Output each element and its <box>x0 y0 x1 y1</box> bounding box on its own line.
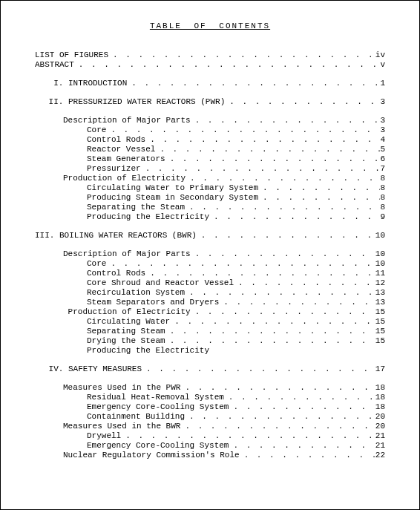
toc-page-number: 3 <box>380 116 385 125</box>
toc-row: Circulating Water. . . . . . . . . . . .… <box>35 317 385 327</box>
toc-row: Residual Heat-Removal System. . . . . . … <box>35 393 385 402</box>
toc-page-number: iv <box>375 50 385 60</box>
toc-label: Residual Heat-Removal System <box>87 393 224 402</box>
toc-row: Control Rods. . . . . . . . . . . . . . … <box>35 135 385 145</box>
toc-row: III. BOILING WATER REACTORS (BWR). . . .… <box>35 231 385 241</box>
toc-page-number: v <box>379 60 385 70</box>
toc-label: Drywell <box>87 431 121 441</box>
toc-leader-dots: . . . . . . . . . . . . . . . . . . . . … <box>185 203 380 212</box>
toc-leader-dots: . . . . . . . . . . . . . . . . . . . . … <box>225 97 380 107</box>
toc-row: Nuclear Regulatory Commission's Role. . … <box>35 451 385 460</box>
toc-page-number: 3 <box>380 125 385 135</box>
toc-row: ABSTRACT. . . . . . . . . . . . . . . . … <box>35 60 385 70</box>
toc-label: Measures Used in the BWR <box>63 422 180 431</box>
toc-row: Drywell. . . . . . . . . . . . . . . . .… <box>35 431 385 441</box>
vertical-gap <box>35 70 385 79</box>
toc-page-number: 6 <box>380 154 385 164</box>
toc-label: Circulating Water to Primary System <box>87 183 258 193</box>
vertical-gap <box>35 241 385 249</box>
toc-label: Producing Steam in Secondary System <box>87 193 258 203</box>
toc-row: Measures Used in the PWR. . . . . . . . … <box>35 383 385 393</box>
toc-leader-dots: . . . . . . . . . . . . . . . . . . . . … <box>191 307 375 317</box>
toc-leader-dots: . . . . . . . . . . . . . . . . . . . . … <box>224 393 375 402</box>
toc-label: SAFETY MEASURES <box>68 364 142 374</box>
toc-leader-dots: . . . . . . . . . . . . . . . . . . . . … <box>165 336 375 346</box>
toc-page-number: 22 <box>375 451 385 460</box>
toc-leader-dots: . . . . . . . . . . . . . . . . . . . . … <box>127 79 380 88</box>
toc-label: Steam Separators and Dryers <box>87 298 219 307</box>
toc-label: Description of Major Parts <box>63 249 191 259</box>
vertical-gap <box>35 222 385 231</box>
toc-label: Reactor Vessel <box>87 145 155 154</box>
toc-lead: IV. <box>44 364 68 374</box>
toc-page-number: 15 <box>375 307 385 317</box>
toc-row: Control Rods. . . . . . . . . . . . . . … <box>35 269 385 278</box>
toc-row: Separating the Steam. . . . . . . . . . … <box>35 203 385 212</box>
toc-leader-dots: . . . . . . . . . . . . . . . . . . . . … <box>142 364 375 374</box>
toc-row: Containment Building. . . . . . . . . . … <box>35 412 385 422</box>
toc-row: Recirculation System. . . . . . . . . . … <box>35 288 385 298</box>
toc-label: Core <box>87 125 106 135</box>
toc-leader-dots: . . . . . . . . . . . . . . . . . . . . … <box>191 249 375 259</box>
toc-page-number: 15 <box>375 336 385 346</box>
toc-leader-dots: . . . . . . . . . . . . . . . . . . . . … <box>258 183 380 193</box>
toc-page-number: 17 <box>375 364 385 374</box>
toc-page-number: 10 <box>375 231 385 241</box>
toc-page-number: 13 <box>375 298 385 307</box>
toc-leader-dots: . . . . . . . . . . . . . . . . . . . . … <box>240 451 375 460</box>
toc-row: Producing the Electricity <box>35 346 385 356</box>
document-title: TABLE OF CONTENTS <box>35 22 385 31</box>
toc-leader-dots: . . . . . . . . . . . . . . . . . . . . … <box>185 412 375 422</box>
toc-page-number: 18 <box>375 383 385 393</box>
toc-page-number: 13 <box>375 288 385 298</box>
toc-row: Pressurizer. . . . . . . . . . . . . . .… <box>35 164 385 174</box>
toc-page-number: 18 <box>375 393 385 402</box>
toc-page-number: 1 <box>380 79 385 88</box>
toc-row: Core Shroud and Reactor Vessel. . . . . … <box>35 278 385 288</box>
toc-label: ABSTRACT <box>35 60 74 70</box>
toc-leader-dots: . . . . . . . . . . . . . . . . . . . . … <box>209 212 380 222</box>
toc-page-number: 8 <box>380 193 385 203</box>
toc-leader-dots: . . . . . . . . . . . . . . . . . . . . … <box>165 327 375 336</box>
toc-leader-dots: . . . . . . . . . . . . . . . . . . . . … <box>106 259 375 269</box>
toc-leader-dots: . . . . . . . . . . . . . . . . . . . . … <box>219 298 375 307</box>
toc-leader-dots: . . . . . . . . . . . . . . . . . . . . … <box>145 269 375 278</box>
toc-page-number: 15 <box>375 327 385 336</box>
document-page: TABLE OF CONTENTS LIST OF FIGURES. . . .… <box>0 0 420 510</box>
toc-label: Control Rods <box>87 269 145 278</box>
toc-page-number: 4 <box>380 135 385 145</box>
toc-label: Control Rods <box>87 135 145 145</box>
toc-page-number: 5 <box>380 145 385 154</box>
vertical-gap <box>35 356 385 364</box>
toc-row: Producing the Electricity. . . . . . . .… <box>35 212 385 222</box>
toc-page-number: 15 <box>375 317 385 327</box>
toc-lead: III. <box>35 231 59 241</box>
toc-leader-dots: . . . . . . . . . . . . . . . . . . . . … <box>145 135 380 145</box>
toc-page-number: 8 <box>380 183 385 193</box>
toc-label: Core <box>87 259 106 269</box>
toc-row: Producing Steam in Secondary System. . .… <box>35 193 385 203</box>
toc-leader-dots: . . . . . . . . . . . . . . . . . . . . … <box>155 145 380 154</box>
vertical-gap <box>35 88 385 97</box>
toc-row: LIST OF FIGURES. . . . . . . . . . . . .… <box>35 50 385 60</box>
toc-leader-dots: . . . . . . . . . . . . . . . . . . . . … <box>234 278 375 288</box>
toc-page-number: 20 <box>375 422 385 431</box>
toc-leader-dots: . . . . . . . . . . . . . . . . . . . . … <box>74 60 379 70</box>
toc-row: Circulating Water to Primary System. . .… <box>35 183 385 193</box>
toc-row: II. PRESSURIZED WATER REACTORS (PWR). . … <box>35 97 385 107</box>
toc-row: Emergency Core-Cooling System. . . . . .… <box>35 441 385 451</box>
toc-leader-dots: . . . . . . . . . . . . . . . . . . . . … <box>197 231 375 241</box>
toc-label: Pressurizer <box>87 164 141 174</box>
toc-label: LIST OF FIGURES <box>35 50 108 60</box>
toc-label: Circulating Water <box>87 317 170 327</box>
toc-row: IV. SAFETY MEASURES. . . . . . . . . . .… <box>35 364 385 374</box>
toc-label: Core Shroud and Reactor Vessel <box>87 278 234 288</box>
toc-row: Steam Generators. . . . . . . . . . . . … <box>35 154 385 164</box>
toc-label: Measures Used in the PWR <box>63 383 180 393</box>
toc-leader-dots: . . . . . . . . . . . . . . . . . . . . … <box>229 402 375 412</box>
toc-leader-dots: . . . . . . . . . . . . . . . . . . . . … <box>121 431 375 441</box>
toc-row: Emergency Core-Cooling System. . . . . .… <box>35 402 385 412</box>
toc-label: Producing the Electricity <box>87 346 209 356</box>
toc-label: INTRODUCTION <box>68 79 127 88</box>
toc-leader-dots: . . . . . . . . . . . . . . . . . . . . … <box>191 116 381 125</box>
